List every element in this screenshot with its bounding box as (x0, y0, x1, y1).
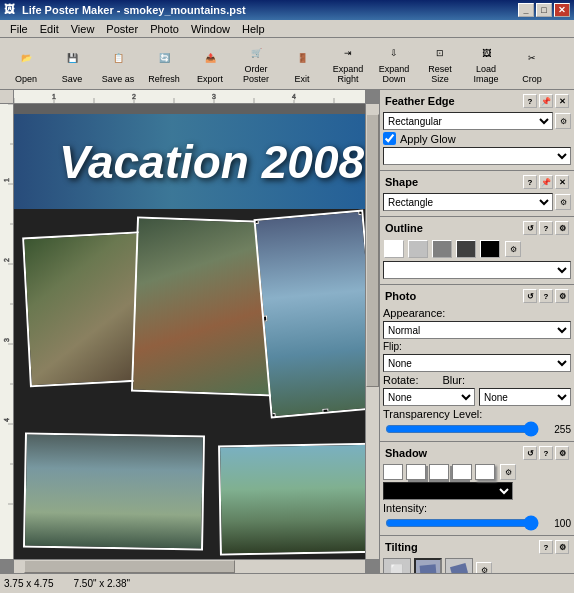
shadow-color-select[interactable] (383, 482, 513, 500)
outline-style-select[interactable] (383, 261, 571, 279)
tilting-settings-icon[interactable]: ⚙ (555, 540, 569, 554)
feather-edge-settings-icon[interactable]: ✕ (555, 94, 569, 108)
glow-color-row (383, 147, 571, 165)
feather-type-settings-icon[interactable]: ⚙ (555, 113, 571, 129)
menu-edit[interactable]: Edit (34, 22, 65, 36)
menu-view[interactable]: View (65, 22, 101, 36)
shadow-refresh-icon[interactable]: ↺ (523, 446, 537, 460)
shape-settings-icon[interactable]: ✕ (555, 175, 569, 189)
handle-ml[interactable] (261, 315, 268, 322)
exit-button[interactable]: 🚪 Exit (280, 41, 324, 87)
shadow-color-row (383, 482, 571, 500)
title-bar-text: Life Poster Maker - smokey_mountains.pst (22, 4, 518, 16)
reset-size-button[interactable]: ⊡ Reset Size (418, 41, 462, 87)
open-icon: 📂 (12, 44, 40, 72)
flip-select[interactable]: None (383, 354, 571, 372)
feather-edge-icons: ? 📌 ✕ (523, 94, 569, 108)
shadow-header: Shadow ↺ ? ⚙ (383, 445, 571, 461)
shadow-preview-row: ⚙ (383, 464, 571, 480)
status-size2: 7.50" x 2.38" (73, 578, 130, 589)
glow-color-select[interactable] (383, 147, 571, 165)
save-as-button[interactable]: 📋 Save as (96, 41, 140, 87)
shadow-help-icon[interactable]: ? (539, 446, 553, 460)
minimize-button[interactable]: _ (518, 3, 534, 17)
open-button[interactable]: 📂 Open (4, 41, 48, 87)
rotate-select[interactable]: None (383, 388, 475, 406)
tilt-medium-icon[interactable] (445, 558, 473, 573)
shadow-br-btn[interactable] (406, 464, 426, 480)
transparency-slider[interactable] (385, 422, 539, 436)
shadow-header-icons: ↺ ? ⚙ (523, 446, 569, 460)
shadow-settings-icon[interactable]: ⚙ (555, 446, 569, 460)
outline-help-icon[interactable]: ? (539, 221, 553, 235)
close-button[interactable]: ✕ (554, 3, 570, 17)
expand-right-button[interactable]: ⇥ Expand Right (326, 41, 370, 87)
shadow-intensity-label: Intensity: (383, 502, 571, 514)
photo-settings-icon[interactable]: ⚙ (555, 289, 569, 303)
outline-white-btn[interactable] (384, 240, 404, 258)
menu-photo[interactable]: Photo (144, 22, 185, 36)
shape-section: Shape ? 📌 ✕ Rectangle ⚙ (380, 171, 574, 217)
shape-header-icons: ? 📌 ✕ (523, 175, 569, 189)
crop-button[interactable]: ✂ Crop (510, 41, 554, 87)
photo-river[interactable] (23, 432, 205, 550)
menu-poster[interactable]: Poster (100, 22, 144, 36)
shape-type-row: Rectangle ⚙ (383, 193, 571, 211)
save-button[interactable]: 💾 Save (50, 41, 94, 87)
apply-glow-checkbox[interactable] (383, 132, 396, 145)
export-button[interactable]: 📤 Export (188, 41, 232, 87)
handle-bl[interactable] (269, 413, 276, 418)
apply-glow-row: Apply Glow (383, 132, 571, 145)
appearance-select[interactable]: Normal (383, 321, 571, 339)
save-as-icon: 📋 (104, 44, 132, 72)
outline-gray-btn[interactable] (432, 240, 452, 258)
shadow-more-icon[interactable]: ⚙ (500, 464, 516, 480)
shape-pin-icon[interactable]: 📌 (539, 175, 553, 189)
shape-settings-btn-icon[interactable]: ⚙ (555, 194, 571, 210)
tilt-level-icon[interactable]: ⬜ (383, 558, 411, 573)
menu-window[interactable]: Window (185, 22, 236, 36)
menu-help[interactable]: Help (236, 22, 271, 36)
ruler-top: 1 2 3 4 5 (14, 90, 365, 104)
feather-edge-pin-icon[interactable]: 📌 (539, 94, 553, 108)
load-image-button[interactable]: 🖼 Load Image (464, 41, 508, 87)
shadow-intensity-slider[interactable] (385, 516, 539, 530)
blur-select[interactable]: None (479, 388, 571, 406)
feather-type-select[interactable]: Rectangular (383, 112, 553, 130)
tilting-help-icon[interactable]: ? (539, 540, 553, 554)
reset-size-icon: ⊡ (426, 44, 454, 62)
refresh-icon: 🔄 (150, 44, 178, 72)
outline-ltgray-btn[interactable] (408, 240, 428, 258)
photo-refresh-icon[interactable]: ↺ (523, 289, 537, 303)
outline-dkgray-btn[interactable] (456, 240, 476, 258)
tilt-more-icon[interactable]: ⚙ (476, 562, 492, 573)
horizontal-scrollbar[interactable] (14, 559, 365, 573)
shadow-bl-btn[interactable] (452, 464, 472, 480)
maximize-button[interactable]: □ (536, 3, 552, 17)
status-size1: 3.75 x 4.75 (4, 578, 53, 589)
photo-help-icon[interactable]: ? (539, 289, 553, 303)
outline-more-icon[interactable]: ⚙ (505, 241, 521, 257)
shadow-b-btn[interactable] (429, 464, 449, 480)
shape-help-icon[interactable]: ? (523, 175, 537, 189)
handle-tl[interactable] (253, 218, 258, 225)
photo-waterfall[interactable] (253, 210, 365, 419)
canvas-scroll[interactable]: Vacation 2008 (14, 104, 365, 559)
outline-refresh-icon[interactable]: ↺ (523, 221, 537, 235)
outline-settings-icon[interactable]: ⚙ (555, 221, 569, 235)
refresh-button[interactable]: 🔄 Refresh (142, 41, 186, 87)
feather-edge-help-icon[interactable]: ? (523, 94, 537, 108)
expand-down-button[interactable]: ⇩ Expand Down (372, 41, 416, 87)
vertical-scrollbar[interactable] (365, 104, 379, 559)
order-poster-button[interactable]: 🛒 Order Poster (234, 41, 278, 87)
canvas-container[interactable]: 1 2 3 4 5 (0, 90, 379, 573)
tilt-slight-icon[interactable] (414, 558, 442, 573)
svg-text:3: 3 (212, 93, 216, 100)
menu-file[interactable]: File (4, 22, 34, 36)
photo-meadow[interactable] (218, 443, 365, 556)
shape-select[interactable]: Rectangle (383, 193, 553, 211)
outline-black-btn[interactable] (480, 240, 500, 258)
toolbar: 📂 Open 💾 Save 📋 Save as 🔄 Refresh 📤 Expo… (0, 38, 574, 90)
shadow-none-btn[interactable] (383, 464, 403, 480)
shadow-custom-btn[interactable] (475, 464, 495, 480)
